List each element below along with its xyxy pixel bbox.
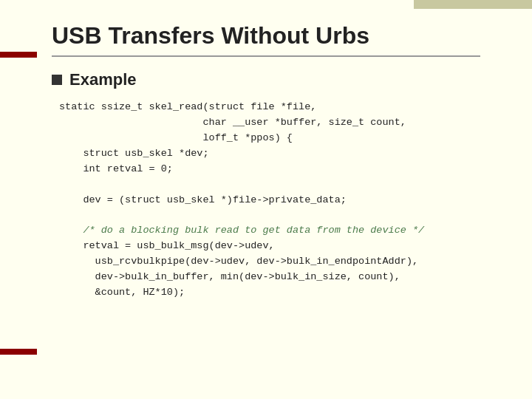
code-line-2: char __user *buffer, size_t count, xyxy=(59,115,495,131)
top-right-accent xyxy=(414,0,532,9)
code-line-10: retval = usb_bulk_msg(dev->udev, xyxy=(59,239,495,254)
code-line-8 xyxy=(59,208,495,223)
code-line-11: usb_rcvbulkpipe(dev->udev, dev->bulk_in_… xyxy=(59,254,495,270)
code-line-5: int retval = 0; xyxy=(59,162,495,177)
accent-bar-bottom xyxy=(0,349,37,355)
section-header: Example xyxy=(52,70,495,89)
code-line-4: struct usb_skel *dev; xyxy=(59,146,495,162)
bullet-icon xyxy=(52,75,62,85)
code-block: static ssize_t skel_read(struct file *fi… xyxy=(59,100,495,301)
code-line-7: dev = (struct usb_skel *)file->private_d… xyxy=(59,193,495,208)
section-title: Example xyxy=(69,70,137,89)
slide-title: USB Transfers Without Urbs xyxy=(52,22,495,50)
code-line-13: &count, HZ*10); xyxy=(59,285,495,301)
title-divider xyxy=(52,55,480,57)
slide: USB Transfers Without Urbs Example stati… xyxy=(0,0,532,399)
code-line-1: static ssize_t skel_read(struct file *fi… xyxy=(59,100,495,115)
code-line-12: dev->bulk_in_buffer, min(dev->bulk_in_si… xyxy=(59,270,495,285)
code-line-6 xyxy=(59,177,495,193)
code-line-3: loff_t *ppos) { xyxy=(59,131,495,146)
accent-bar-top xyxy=(0,52,37,58)
code-line-9: /* do a blocking bulk read to get data f… xyxy=(59,223,495,239)
